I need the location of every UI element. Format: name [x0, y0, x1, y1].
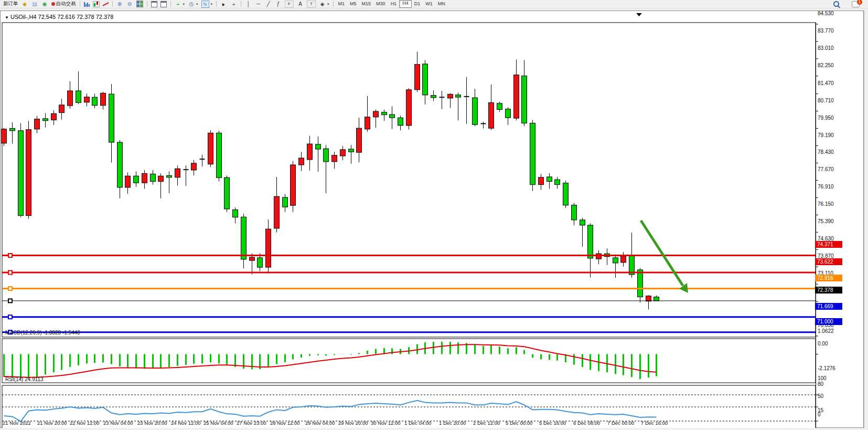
chart-window[interactable]: ▼ USOil-,H4 72.545 72.616 72.378 72.378 …: [0, 11, 864, 428]
chart-canvas[interactable]: [1, 11, 864, 428]
price-tag-73.622: 73.622: [815, 258, 842, 265]
bucket-icon[interactable]: ◆: [20, 1, 30, 7]
period-clock-icon: ◷: [188, 1, 195, 7]
bucket-icon: ◆: [22, 1, 28, 7]
candlestick-chart-icon[interactable]: [91, 1, 101, 7]
search-icon: [833, 1, 839, 7]
timeframe-button-m1[interactable]: M1: [336, 1, 348, 7]
chart-ohlc-values: 72.545 72.616 72.378 72.378: [38, 14, 114, 20]
line-handle[interactable]: [8, 299, 12, 302]
crosshair-icon[interactable]: ＋: [229, 1, 239, 7]
cursor-icon[interactable]: ▲: [219, 1, 229, 7]
timeframe-button-d1[interactable]: D1: [412, 1, 423, 7]
zoom-in-icon[interactable]: ⊕: [115, 1, 125, 7]
indicators-icon[interactable]: ∿▾: [200, 1, 215, 7]
bar-chart-icon[interactable]: [82, 1, 91, 7]
price-tick-label: 83.770: [818, 28, 834, 34]
text-label-icon[interactable]: A: [295, 1, 305, 7]
signal-icon[interactable]: ◉: [40, 1, 50, 7]
timeframe-button-m30[interactable]: M30: [373, 1, 388, 7]
timeframe-button-m15[interactable]: M15: [359, 1, 374, 7]
trendline-icon[interactable]: ╱: [263, 1, 273, 7]
rsi-axis-label: 100: [818, 375, 827, 381]
line-chart-icon[interactable]: [101, 1, 110, 7]
zoom-out-icon[interactable]: ⊖: [125, 1, 135, 7]
timeframe-button-h1[interactable]: H1: [388, 1, 400, 7]
chart-shift-icon[interactable]: [159, 1, 168, 7]
arrange-charts-icon: [151, 1, 157, 7]
price-tick-label: 78.430: [818, 149, 834, 155]
price-tick-label: 81.470: [818, 80, 834, 86]
vertical-line-icon: │: [245, 1, 252, 7]
time-axis-label: 27 Nov 23:00: [237, 420, 266, 426]
new-order-button[interactable]: 新订单: [2, 1, 20, 7]
search-icon[interactable]: [832, 1, 841, 7]
rsi-axis-label: 50: [818, 393, 823, 399]
price-tag-71.669: 71.669: [815, 303, 842, 310]
time-axis-label: 7 Dec 00:00: [607, 420, 634, 426]
toolbar-separator: [112, 1, 113, 7]
time-axis-label: 25 Nov 04:00: [203, 420, 233, 426]
text-box-icon[interactable]: T: [305, 1, 317, 7]
line-handle[interactable]: [8, 254, 12, 257]
autotrade-button[interactable]: 自动交易: [50, 1, 78, 7]
price-tick-label: 83.010: [818, 45, 834, 51]
time-axis-label: 28 Nov 12:00: [270, 420, 300, 426]
autotrade-status-icon: [51, 2, 55, 6]
chart-title: ▼ USOil-,H4 72.545 72.616 72.378 72.378: [5, 14, 113, 20]
equidistant-channel-icon[interactable]: F: [283, 1, 295, 7]
tile-windows-icon[interactable]: [135, 1, 145, 7]
time-axis-label: 29 Nov 20:00: [338, 420, 368, 426]
arrange-charts-icon[interactable]: [149, 1, 159, 7]
signal-icon: ◉: [41, 1, 48, 7]
price-tick-label: 82.250: [818, 62, 834, 68]
time-axis-label: 7 Dec 16:00: [641, 420, 668, 426]
timeframe-button-w1[interactable]: W1: [423, 1, 435, 7]
line-chart-icon: [103, 2, 109, 7]
time-axis-label: 2 Dec 12:00: [473, 420, 500, 426]
timeframe-button-m5[interactable]: M5: [347, 1, 359, 7]
period-clock-icon[interactable]: ◷▾: [186, 1, 200, 7]
crosshair-icon: ＋: [230, 1, 237, 7]
time-axis-label: 24 Nov 12:00: [171, 420, 201, 426]
macd-indicator-label: MACD(12,26,9) -1.8828 -1.5443: [5, 330, 80, 335]
shapes-icon[interactable]: ◈▾: [317, 1, 331, 7]
price-tick-label: 76.150: [818, 201, 834, 207]
toolbar-separator: [333, 1, 334, 7]
vertical-scrollbar[interactable]: [864, 11, 868, 428]
line-handle[interactable]: [8, 271, 12, 275]
price-tag-72.378: 72.378: [815, 287, 842, 293]
main-toolbar: 新订单◆▤◉自动交易⊕⊖＋▾◷▾∿▾▲＋│─╱ƒFAT◈▾M1M5M15M30H…: [0, 0, 868, 8]
status-strip: [0, 428, 868, 430]
rsi-indicator-label: RSI(14) 24.9113: [5, 376, 44, 382]
vertical-line-icon[interactable]: │: [243, 1, 253, 7]
dropdown-caret-icon: ▾: [196, 2, 198, 6]
line-handle[interactable]: [8, 315, 12, 319]
price-tick-label: 79.190: [818, 132, 834, 138]
tile-windows-icon: [136, 1, 143, 7]
notification-badge: 1: [857, 0, 862, 5]
time-axis-label: 30 Nov 12:00: [371, 420, 401, 426]
chat-bubble-icon: 1: [852, 1, 860, 7]
time-axis-label: 23 Nov 04:00: [103, 420, 133, 426]
indicators-icon: ∿: [201, 1, 209, 8]
horizontal-line-icon[interactable]: ─: [253, 1, 263, 7]
line-handle[interactable]: [8, 287, 12, 290]
new-chart-icon[interactable]: ＋▾: [173, 1, 187, 7]
dropdown-caret-icon: ▾: [183, 2, 185, 6]
horizontal-line-icon: ─: [255, 1, 262, 7]
fibonacci-icon[interactable]: ƒ: [273, 1, 283, 7]
print-preview-icon[interactable]: ▤: [30, 1, 40, 7]
collapse-triangle-icon[interactable]: ▼: [5, 15, 9, 20]
toolbar-separator: [170, 1, 171, 7]
new-chart-icon: ＋: [175, 1, 181, 7]
timeframe-button-mn[interactable]: MN: [435, 1, 448, 7]
cursor-icon: ▲: [220, 0, 228, 8]
price-tag-71.000: 71.000: [815, 318, 842, 325]
chat-icon[interactable]: 1: [850, 1, 861, 7]
timeframe-button-h4[interactable]: H4: [399, 0, 412, 8]
price-tick-label: 77.670: [818, 166, 834, 172]
chart-shift-marker[interactable]: [636, 13, 642, 16]
price-tick-label: 80.710: [818, 98, 834, 103]
macd-axis-label: 1.0622: [818, 328, 834, 334]
